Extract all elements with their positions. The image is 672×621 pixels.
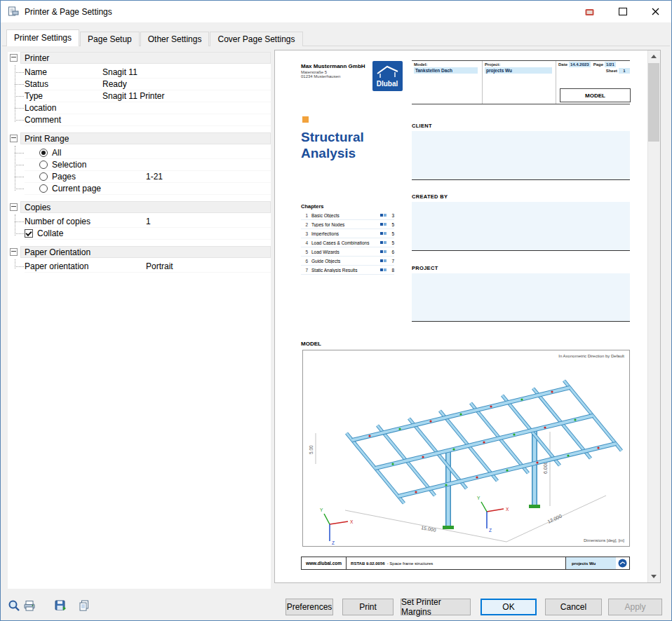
chapter-marker-icon xyxy=(380,268,383,271)
printer-profile-button[interactable] xyxy=(23,599,37,613)
property-label: Type xyxy=(25,91,102,101)
set-printer-margins-button[interactable]: Set Printer Margins xyxy=(401,599,471,615)
scroll-up-button[interactable] xyxy=(648,50,659,62)
collapse-icon[interactable] xyxy=(10,248,18,256)
sheet-value: 1 xyxy=(619,68,630,74)
model-label: Model: xyxy=(412,61,482,67)
copies-count-value[interactable]: 1 xyxy=(146,217,271,226)
page-footer: www.dlubal.com RSTAB 9.02.0056 - Space f… xyxy=(301,557,630,570)
checkbox-label: Collate xyxy=(37,228,63,238)
zoom-tool-button[interactable] xyxy=(8,599,22,613)
group-title-paper-orientation: Paper Orientation xyxy=(20,246,271,258)
print-button[interactable]: Print xyxy=(342,599,394,615)
scroll-down-button[interactable] xyxy=(648,571,659,582)
collapse-icon[interactable] xyxy=(10,203,18,211)
close-button[interactable] xyxy=(639,1,671,22)
created-by-label: CREATED BY xyxy=(412,193,448,200)
axis-x-label: X xyxy=(350,519,354,524)
cover-title: Structural Analysis xyxy=(301,129,364,161)
preview-page: Max Mustermann GmbH Maierstraße 5 01234 … xyxy=(275,50,648,582)
tab-printer-settings[interactable]: Printer Settings xyxy=(6,29,79,46)
radio-label: Pages xyxy=(52,172,76,182)
chapter-number: 6 xyxy=(301,259,308,264)
group-title-print-range: Print Range xyxy=(20,132,271,144)
printer-name-value[interactable]: Snagit 11 xyxy=(102,67,271,77)
chapter-page: 5 xyxy=(387,240,394,245)
chapter-title: Static Analysis Results xyxy=(308,268,379,273)
chapter-page: 7 xyxy=(387,259,394,264)
footer-program-name: RSTAB 9.02.0056 xyxy=(347,561,387,566)
chapter-page: 8 xyxy=(387,268,394,273)
printer-comment-row: Comment xyxy=(25,114,271,126)
radio-all[interactable] xyxy=(39,149,48,157)
tab-other-settings[interactable]: Other Settings xyxy=(140,32,210,46)
chapter-title: Imperfections xyxy=(308,231,379,236)
property-label: Comment xyxy=(25,115,102,125)
scrollbar-thumb[interactable] xyxy=(648,63,659,142)
print-preview: Max Mustermann GmbH Maierstraße 5 01234 … xyxy=(274,50,661,583)
copies-count-row: Number of copies 1 xyxy=(25,216,271,228)
header-model-cell: Model: Tankstellen Dach xyxy=(412,61,482,104)
radio-selection[interactable] xyxy=(39,161,48,169)
date-value: 14.4.2023 xyxy=(569,62,591,67)
tab-page-setup[interactable]: Page Setup xyxy=(80,32,140,46)
printer-location-row: Location xyxy=(25,102,271,114)
page-value: 1/21 xyxy=(605,62,616,67)
chapter-page: 3 xyxy=(387,213,394,218)
chapter-row: 3 Imperfections 5 xyxy=(301,229,394,238)
close-icon xyxy=(652,8,659,15)
cover-title-line1: Structural xyxy=(301,129,364,145)
group-title-printer: Printer xyxy=(20,52,271,64)
tab-cover-page-settings[interactable]: Cover Page Settings xyxy=(210,32,302,46)
dimension-label: 15.000 xyxy=(421,525,436,533)
copy-settings-button[interactable] xyxy=(78,599,92,613)
model-heading: MODEL xyxy=(301,341,321,347)
chapter-row: 7 Static Analysis Results 8 xyxy=(301,266,394,275)
header-section-title: MODEL xyxy=(560,88,631,102)
dimension-label: 6.000 xyxy=(543,461,548,474)
chapter-number: 2 xyxy=(301,222,308,227)
header-table: Model: Tankstellen Dach Project: project… xyxy=(412,60,630,104)
ok-button[interactable]: OK xyxy=(481,599,537,615)
arrow-up-icon xyxy=(651,55,657,58)
property-label: Location xyxy=(25,103,102,113)
footer-logo-icon xyxy=(618,559,627,568)
collapse-icon[interactable] xyxy=(10,135,18,142)
chapter-marker-icon xyxy=(380,223,383,226)
collate-checkbox[interactable] xyxy=(25,229,33,238)
collate-row: Collate xyxy=(25,228,271,240)
printer-status-row: Status Ready xyxy=(25,79,271,90)
collapse-icon[interactable] xyxy=(10,54,18,62)
chapter-row: 4 Load Cases & Combinations 5 xyxy=(301,238,394,247)
maximize-button[interactable] xyxy=(607,1,639,22)
printer-icon xyxy=(23,599,36,612)
copy-icon xyxy=(78,599,90,612)
project-section-label: PROJECT xyxy=(412,265,438,271)
company-address2: 01234 Musterhausen xyxy=(301,74,365,79)
save-settings-button[interactable] xyxy=(54,599,68,613)
apply-button[interactable]: Apply xyxy=(608,599,662,615)
property-label: Number of copies xyxy=(25,217,146,226)
chapter-marker-icon xyxy=(380,214,383,217)
pages-range-value[interactable]: 1-21 xyxy=(146,172,163,182)
dimensions-note: Dimensions [deg], [m] xyxy=(584,538,624,542)
radio-pages[interactable] xyxy=(39,172,48,181)
axis-y-label: Y xyxy=(320,507,323,512)
axis-z-label: Z xyxy=(489,528,492,533)
chapter-title: Load Wizards xyxy=(308,250,379,254)
print-range-pages-row: Pages 1-21 xyxy=(25,171,271,183)
chapter-marker-icon xyxy=(380,241,383,244)
cancel-button[interactable]: Cancel xyxy=(545,599,602,615)
chapters-list: 1 Basic Objects 3 2 Types for Nodes 5 3 … xyxy=(301,211,394,275)
paper-orientation-value[interactable]: Portrait xyxy=(146,261,271,271)
paper-orientation-group: Paper Orientation Paper orientation Port… xyxy=(8,246,271,273)
arrow-down-icon xyxy=(651,575,657,578)
preferences-button[interactable]: Preferences xyxy=(285,599,333,615)
radio-current-page[interactable] xyxy=(39,184,48,193)
preview-scrollbar[interactable] xyxy=(647,50,660,582)
dimension-label: 12.000 xyxy=(546,513,562,524)
columns xyxy=(448,430,535,527)
model-drawing: In Axonometric Direction by Default Dime… xyxy=(303,350,629,546)
window-title: Printer & Page Settings xyxy=(25,7,112,17)
radio-label: Current page xyxy=(52,184,101,193)
